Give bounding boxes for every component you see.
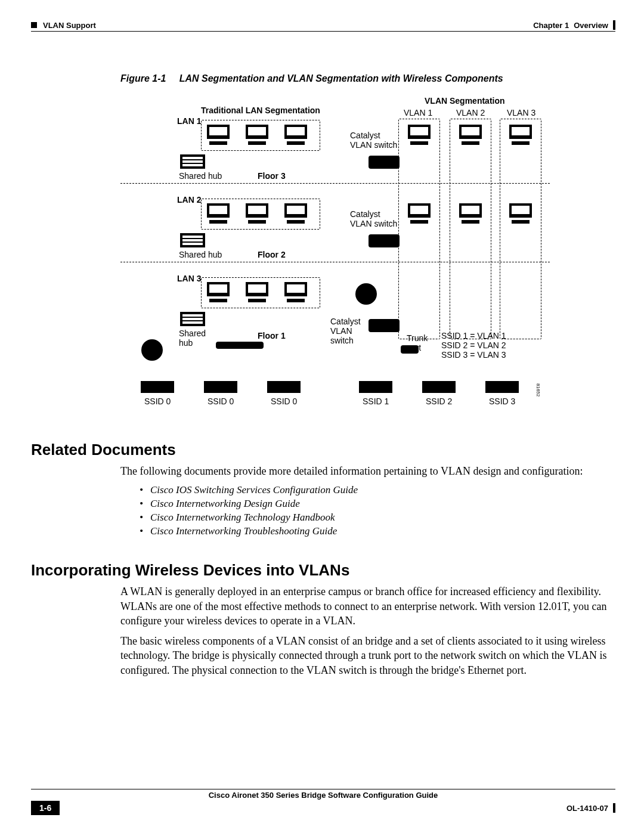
page-number: 1-6 <box>31 801 60 815</box>
shared-hub-label: Shared hub <box>179 250 222 259</box>
pc-icon <box>459 125 482 145</box>
switch-icon <box>369 319 400 332</box>
pc-icon <box>284 125 307 145</box>
vlan3-group <box>500 119 541 339</box>
catalyst-label: Catalyst VLAN switch <box>350 209 397 228</box>
shared-hub-label: Shared hub <box>179 171 222 181</box>
drawing-id: 81652 <box>535 383 541 397</box>
chapter-label: Chapter 1 <box>533 21 569 30</box>
header-marker <box>31 22 37 28</box>
related-documents-heading: Related Documents <box>31 441 615 459</box>
laptop-icon <box>204 381 237 393</box>
ssid0-label: SSID 0 <box>208 397 234 406</box>
pc-icon <box>246 125 268 145</box>
pc-icon <box>408 203 431 224</box>
list-item: Cisco Internetworking Troubleshooting Gu… <box>140 525 615 537</box>
ap-icon <box>216 342 264 349</box>
laptop-icon <box>267 381 301 393</box>
figure-caption: Figure 1-1 LAN Segmentation and VLAN Seg… <box>120 73 615 84</box>
lan3-label: LAN 3 <box>177 274 201 283</box>
left-diagram-title: Traditional LAN Segmentation <box>201 106 320 115</box>
hub-icon <box>180 154 205 169</box>
header-rule <box>31 31 615 32</box>
footer-book-title: Cisco Aironet 350 Series Bridge Software… <box>31 791 615 800</box>
vlan1-group <box>398 119 440 339</box>
laptop-icon <box>359 381 392 393</box>
figure-title: LAN Segmentation and VLAN Segmentation w… <box>179 73 503 83</box>
list-item: Cisco IOS Switching Services Configurati… <box>140 484 615 496</box>
pc-icon <box>207 125 230 145</box>
catalyst-label: Catalyst VLAN switch <box>350 131 397 150</box>
running-head-left: VLAN Support <box>43 21 96 30</box>
vlan2-label: VLAN 2 <box>456 108 485 117</box>
floor3-label: Floor 3 <box>258 171 286 181</box>
laptop-icon <box>422 381 456 393</box>
vlan3-label: VLAN 3 <box>507 108 535 117</box>
ap-icon <box>401 345 419 354</box>
ssid-map-2: SSID 2 = VLAN 2 <box>441 340 506 350</box>
router-icon <box>355 283 377 305</box>
floor2-label: Floor 2 <box>258 250 286 259</box>
pc-icon <box>207 203 230 224</box>
list-item: Cisco Internetworking Design Guide <box>140 498 615 510</box>
chapter-title: Overview <box>574 21 608 30</box>
right-diagram-title: VLAN Segmentation <box>425 96 505 106</box>
hub-icon <box>180 312 205 326</box>
pc-icon <box>284 203 307 224</box>
floor1-label: Floor 1 <box>258 331 286 340</box>
ssid2-label: SSID 2 <box>426 397 452 406</box>
switch-icon <box>369 234 400 247</box>
document-list: Cisco IOS Switching Services Configurati… <box>140 484 615 537</box>
incorporate-para-2: The basic wireless components of a VLAN … <box>120 634 615 677</box>
figure-1-1: Traditional LAN Segmentation VLAN Segmen… <box>120 95 580 417</box>
pc-icon <box>246 282 268 302</box>
footer-bar <box>613 803 615 813</box>
incorporating-heading: Incorporating Wireless Devices into VLAN… <box>31 561 615 580</box>
header-bar <box>613 20 615 30</box>
figure-label: Figure 1-1 <box>120 73 166 83</box>
pc-icon <box>459 203 482 224</box>
ssid0-label: SSID 0 <box>271 397 297 406</box>
pc-icon <box>509 203 532 224</box>
ssid-map-3: SSID 3 = VLAN 3 <box>441 350 506 360</box>
pc-icon <box>246 203 268 224</box>
ssid1-label: SSID 1 <box>363 397 389 406</box>
ssid0-label: SSID 0 <box>144 397 171 406</box>
laptop-icon <box>485 381 519 393</box>
doc-id: OL-1410-07 <box>566 804 608 813</box>
shared-hub-label: Shared hub <box>179 329 206 348</box>
footer-rule <box>31 789 615 789</box>
incorporate-para-1: A WLAN is generally deployed in an enter… <box>120 584 615 628</box>
list-item: Cisco Internetworking Technology Handboo… <box>140 512 615 524</box>
ssid-map-1: SSID 1 = VLAN 1 <box>441 331 506 340</box>
pc-icon <box>509 125 532 145</box>
vlan1-label: VLAN 1 <box>404 108 432 117</box>
pc-icon <box>284 282 307 302</box>
catalyst-label: Catalyst VLAN switch <box>330 317 361 345</box>
ssid3-label: SSID 3 <box>489 397 515 406</box>
lan2-label: LAN 2 <box>177 195 201 205</box>
lan1-label: LAN 1 <box>177 116 201 126</box>
pc-icon <box>408 125 431 145</box>
switch-icon <box>369 156 400 169</box>
related-documents-intro: The following documents provide more det… <box>120 464 615 478</box>
router-icon <box>141 339 163 361</box>
vlan2-group <box>450 119 491 339</box>
laptop-icon <box>141 381 174 393</box>
hub-icon <box>180 233 205 247</box>
pc-icon <box>207 282 230 302</box>
